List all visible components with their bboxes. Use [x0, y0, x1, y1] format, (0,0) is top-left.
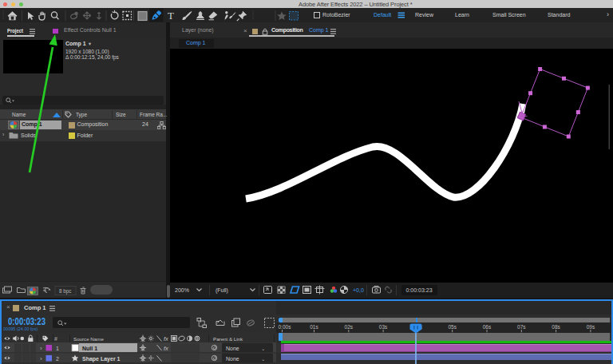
svg-text:›: ›: [40, 355, 42, 362]
svg-text:⌄: ⌄: [261, 355, 265, 361]
svg-text:Null 1: Null 1: [82, 346, 97, 351]
svg-text:T: T: [168, 10, 174, 22]
svg-text:#: #: [54, 336, 57, 342]
svg-text:09s: 09s: [587, 324, 595, 330]
svg-text:8 bpc: 8 bpc: [59, 288, 71, 295]
svg-text:None: None: [226, 356, 239, 362]
svg-text:Parent & Link: Parent & Link: [213, 336, 243, 342]
svg-text:0:00s: 0:00s: [279, 324, 292, 330]
svg-text:03s: 03s: [379, 324, 388, 330]
svg-text:+0,0: +0,0: [353, 287, 364, 293]
svg-text:1: 1: [56, 346, 59, 351]
svg-text:07s: 07s: [517, 324, 526, 330]
svg-text:05s: 05s: [448, 324, 457, 330]
svg-text:06s: 06s: [483, 324, 492, 330]
svg-text:fx: fx: [164, 345, 168, 352]
svg-text:⌄: ⌄: [261, 345, 265, 350]
svg-text:fx: fx: [164, 335, 168, 342]
svg-text:02s: 02s: [345, 324, 354, 330]
svg-text:2: 2: [56, 356, 59, 362]
svg-text:08s: 08s: [552, 324, 560, 330]
svg-text:Source Name: Source Name: [73, 336, 104, 342]
svg-text:Shape Layer 1: Shape Layer 1: [82, 356, 121, 362]
svg-text:01s: 01s: [310, 324, 318, 330]
svg-text:None: None: [226, 346, 239, 351]
svg-text:›: ›: [40, 345, 42, 352]
